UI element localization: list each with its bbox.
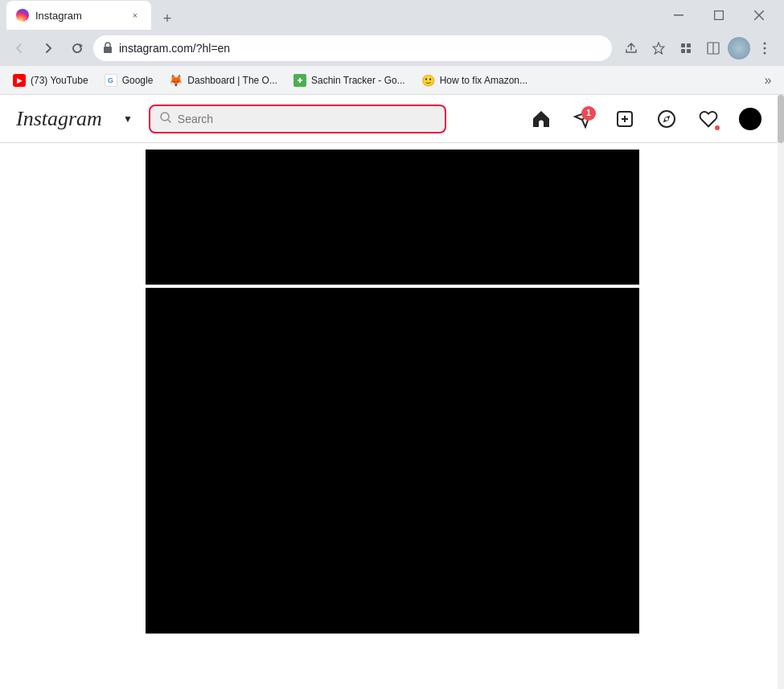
search-icon bbox=[160, 112, 171, 125]
title-bar: Instagram × + bbox=[0, 0, 784, 31]
window-controls bbox=[660, 2, 778, 28]
maximize-button[interactable] bbox=[700, 2, 737, 28]
address-bar: instagram.com/?hl=en bbox=[0, 31, 784, 66]
bookmark-dashboard-label: Dashboard | The O... bbox=[187, 75, 277, 86]
svg-rect-1 bbox=[715, 11, 724, 20]
scrollbar-track[interactable] bbox=[778, 95, 784, 689]
svg-marker-6 bbox=[653, 43, 664, 54]
bookmark-youtube-label: (73) YouTube bbox=[31, 75, 88, 86]
instagram-logo-container: Instagram ▼ bbox=[16, 107, 133, 131]
minimize-button[interactable] bbox=[660, 2, 697, 28]
bookmark-amazon[interactable]: 🙂 How to fix Amazon... bbox=[415, 71, 534, 90]
profile-avatar[interactable] bbox=[728, 37, 750, 59]
svg-rect-10 bbox=[687, 49, 691, 53]
dashboard-favicon: 🦊 bbox=[169, 74, 183, 87]
svg-point-23 bbox=[665, 117, 668, 121]
split-view-button[interactable] bbox=[700, 35, 726, 61]
search-input[interactable] bbox=[178, 113, 435, 125]
direct-notification-badge: 1 bbox=[581, 106, 596, 121]
instagram-feed bbox=[0, 143, 784, 637]
svg-point-13 bbox=[764, 43, 766, 45]
tab-close-button[interactable]: × bbox=[129, 9, 142, 22]
url-bar[interactable]: instagram.com/?hl=en bbox=[93, 35, 612, 61]
user-avatar bbox=[739, 108, 761, 130]
feed-post-1 bbox=[146, 150, 639, 285]
bookmark-youtube[interactable]: ▶ (73) YouTube bbox=[6, 71, 95, 90]
bookmark-amazon-label: How to fix Amazon... bbox=[440, 75, 527, 86]
svg-rect-9 bbox=[681, 49, 685, 53]
home-button[interactable] bbox=[523, 101, 559, 137]
url-text: instagram.com/?hl=en bbox=[119, 42, 602, 55]
sachin-favicon bbox=[293, 74, 306, 87]
lock-icon bbox=[103, 42, 113, 55]
new-tab-button[interactable]: + bbox=[156, 7, 179, 30]
instagram-navbar: Instagram ▼ 1 bbox=[0, 95, 784, 143]
explore-button[interactable] bbox=[649, 101, 684, 137]
instagram-page: Instagram ▼ 1 bbox=[0, 95, 784, 689]
activity-button[interactable] bbox=[691, 101, 726, 137]
refresh-button[interactable] bbox=[64, 35, 90, 61]
activity-notification-dot bbox=[715, 125, 720, 130]
bookmark-sachin[interactable]: Sachin Tracker - Go... bbox=[287, 71, 412, 90]
tab-bar: Instagram × + bbox=[6, 1, 654, 30]
instagram-logo-chevron[interactable]: ▼ bbox=[123, 113, 133, 125]
bookmark-dashboard[interactable]: 🦊 Dashboard | The O... bbox=[162, 71, 284, 90]
address-actions bbox=[618, 35, 778, 61]
tab-favicon bbox=[16, 9, 29, 22]
youtube-favicon: ▶ bbox=[13, 74, 26, 87]
google-favicon: G bbox=[105, 74, 117, 87]
instagram-nav-icons: 1 bbox=[523, 101, 768, 137]
close-button[interactable] bbox=[741, 2, 778, 28]
svg-point-15 bbox=[764, 52, 766, 55]
more-bookmarks-button[interactable]: » bbox=[758, 71, 778, 90]
share-button[interactable] bbox=[618, 35, 644, 61]
bookmarks-bar: ▶ (73) YouTube G Google 🦊 Dashboard | Th… bbox=[0, 66, 784, 95]
new-post-button[interactable] bbox=[607, 101, 642, 137]
bookmark-star-button[interactable] bbox=[646, 35, 671, 61]
profile-menu-button[interactable] bbox=[733, 101, 768, 137]
browser-window: Instagram × + bbox=[0, 0, 784, 689]
back-button[interactable] bbox=[6, 35, 32, 61]
direct-messages-button[interactable]: 1 bbox=[565, 101, 601, 137]
bookmark-google[interactable]: G Google bbox=[98, 71, 160, 90]
bookmark-sachin-label: Sachin Tracker - Go... bbox=[311, 75, 405, 86]
svg-rect-8 bbox=[687, 43, 691, 47]
menu-button[interactable] bbox=[752, 35, 778, 61]
svg-rect-7 bbox=[681, 43, 685, 47]
svg-rect-0 bbox=[674, 14, 683, 16]
svg-rect-5 bbox=[104, 47, 112, 53]
amazon-favicon: 🙂 bbox=[421, 74, 435, 87]
feed-post-2 bbox=[146, 288, 639, 634]
svg-line-17 bbox=[168, 120, 170, 122]
tab-title: Instagram bbox=[35, 10, 122, 22]
bookmark-google-label: Google bbox=[122, 75, 154, 86]
active-tab[interactable]: Instagram × bbox=[6, 1, 151, 30]
extensions-button[interactable] bbox=[673, 35, 699, 61]
forward-button[interactable] bbox=[35, 35, 61, 61]
scrollbar-thumb[interactable] bbox=[778, 95, 784, 143]
svg-point-14 bbox=[764, 47, 766, 50]
instagram-logo: Instagram bbox=[16, 107, 102, 131]
search-box[interactable] bbox=[149, 105, 446, 133]
